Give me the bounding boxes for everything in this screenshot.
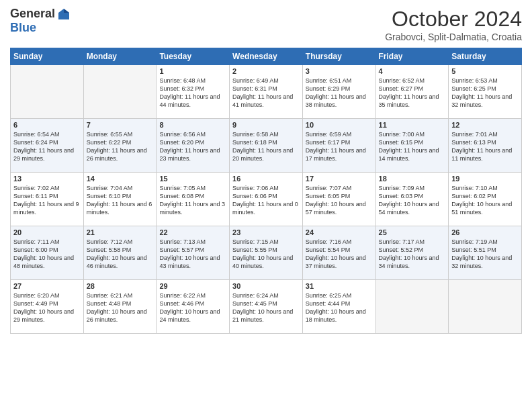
table-row: 16Sunrise: 7:06 AM Sunset: 6:06 PM Dayli…	[230, 173, 303, 226]
svg-marker-1	[64, 9, 69, 13]
cell-info: Sunrise: 6:56 AM Sunset: 6:20 PM Dayligh…	[159, 130, 226, 163]
day-number: 26	[451, 228, 519, 236]
day-number: 27	[13, 282, 81, 290]
logo-icon	[57, 7, 71, 21]
cell-info: Sunrise: 7:02 AM Sunset: 6:11 PM Dayligh…	[13, 184, 81, 217]
day-number: 8	[159, 121, 226, 129]
calendar-week-row: 13Sunrise: 7:02 AM Sunset: 6:11 PM Dayli…	[11, 173, 522, 226]
day-number: 4	[379, 67, 446, 75]
cell-info: Sunrise: 6:52 AM Sunset: 6:27 PM Dayligh…	[379, 77, 446, 109]
day-number: 10	[306, 121, 373, 129]
table-row: 6Sunrise: 6:54 AM Sunset: 6:24 PM Daylig…	[11, 119, 84, 173]
day-number: 24	[306, 228, 373, 236]
cell-info: Sunrise: 7:05 AM Sunset: 6:08 PM Dayligh…	[159, 184, 226, 217]
header-sunday: Sunday	[11, 48, 84, 65]
day-number: 3	[306, 67, 373, 75]
table-row: 7Sunrise: 6:55 AM Sunset: 6:22 PM Daylig…	[83, 119, 157, 173]
table-row: 8Sunrise: 6:56 AM Sunset: 6:20 PM Daylig…	[157, 119, 230, 173]
table-row: 31Sunrise: 6:25 AM Sunset: 4:44 PM Dayli…	[302, 280, 375, 334]
day-number: 21	[87, 228, 154, 236]
day-number: 14	[87, 175, 154, 183]
calendar-table: Sunday Monday Tuesday Wednesday Thursday…	[10, 48, 522, 334]
header-wednesday: Wednesday	[230, 48, 303, 65]
table-row: 12Sunrise: 7:01 AM Sunset: 6:13 PM Dayli…	[449, 119, 522, 173]
calendar-week-row: 27Sunrise: 6:20 AM Sunset: 4:49 PM Dayli…	[11, 280, 522, 334]
header-friday: Friday	[375, 48, 449, 65]
title-section: October 2024 Grabovci, Split-Dalmatia, C…	[385, 7, 522, 42]
cell-info: Sunrise: 7:00 AM Sunset: 6:15 PM Dayligh…	[379, 130, 446, 163]
cell-info: Sunrise: 7:12 AM Sunset: 5:58 PM Dayligh…	[87, 238, 154, 271]
table-row: 4Sunrise: 6:52 AM Sunset: 6:27 PM Daylig…	[375, 65, 449, 119]
day-number: 16	[232, 175, 300, 183]
day-number: 20	[13, 228, 81, 236]
table-row: 18Sunrise: 7:09 AM Sunset: 6:03 PM Dayli…	[375, 173, 449, 226]
table-row: 27Sunrise: 6:20 AM Sunset: 4:49 PM Dayli…	[11, 280, 84, 334]
table-row: 17Sunrise: 7:07 AM Sunset: 6:05 PM Dayli…	[302, 173, 375, 226]
calendar-week-row: 1Sunrise: 6:48 AM Sunset: 6:32 PM Daylig…	[11, 65, 522, 119]
cell-info: Sunrise: 7:11 AM Sunset: 6:00 PM Dayligh…	[13, 238, 81, 271]
header: General Blue October 2024 Grabovci, Spli…	[10, 7, 522, 42]
day-number: 25	[379, 228, 446, 236]
day-number: 9	[232, 121, 300, 129]
logo: General Blue	[10, 7, 71, 35]
cell-info: Sunrise: 6:20 AM Sunset: 4:49 PM Dayligh…	[13, 291, 81, 324]
day-number: 12	[451, 121, 519, 129]
cell-info: Sunrise: 6:58 AM Sunset: 6:18 PM Dayligh…	[232, 130, 300, 163]
day-number: 2	[232, 67, 300, 75]
cell-info: Sunrise: 7:19 AM Sunset: 5:51 PM Dayligh…	[451, 238, 519, 271]
table-row: 3Sunrise: 6:51 AM Sunset: 6:29 PM Daylig…	[302, 65, 375, 119]
location-text: Grabovci, Split-Dalmatia, Croatia	[385, 32, 522, 42]
calendar-week-row: 20Sunrise: 7:11 AM Sunset: 6:00 PM Dayli…	[11, 226, 522, 280]
cell-info: Sunrise: 6:59 AM Sunset: 6:17 PM Dayligh…	[306, 130, 373, 163]
cell-info: Sunrise: 7:04 AM Sunset: 6:10 PM Dayligh…	[87, 184, 154, 217]
day-number: 30	[232, 282, 300, 290]
logo-general-text: General	[10, 7, 55, 21]
cell-info: Sunrise: 7:06 AM Sunset: 6:06 PM Dayligh…	[232, 184, 300, 217]
table-row: 26Sunrise: 7:19 AM Sunset: 5:51 PM Dayli…	[449, 226, 522, 280]
table-row: 9Sunrise: 6:58 AM Sunset: 6:18 PM Daylig…	[230, 119, 303, 173]
day-number: 22	[159, 228, 226, 236]
table-row: 20Sunrise: 7:11 AM Sunset: 6:00 PM Dayli…	[11, 226, 84, 280]
table-row: 23Sunrise: 7:15 AM Sunset: 5:55 PM Dayli…	[230, 226, 303, 280]
day-number: 19	[451, 175, 519, 183]
cell-info: Sunrise: 6:21 AM Sunset: 4:48 PM Dayligh…	[87, 291, 154, 324]
table-row: 19Sunrise: 7:10 AM Sunset: 6:02 PM Dayli…	[449, 173, 522, 226]
cell-info: Sunrise: 7:15 AM Sunset: 5:55 PM Dayligh…	[232, 238, 300, 271]
table-row: 28Sunrise: 6:21 AM Sunset: 4:48 PM Dayli…	[83, 280, 157, 334]
cell-info: Sunrise: 6:51 AM Sunset: 6:29 PM Dayligh…	[306, 77, 373, 109]
table-row	[83, 65, 157, 119]
day-number: 7	[87, 121, 154, 129]
table-row: 21Sunrise: 7:12 AM Sunset: 5:58 PM Dayli…	[83, 226, 157, 280]
day-number: 29	[159, 282, 226, 290]
cell-info: Sunrise: 7:01 AM Sunset: 6:13 PM Dayligh…	[451, 130, 519, 163]
day-number: 17	[306, 175, 373, 183]
logo-blue-text: Blue	[10, 21, 36, 35]
page-container: General Blue October 2024 Grabovci, Spli…	[0, 0, 532, 340]
table-row: 15Sunrise: 7:05 AM Sunset: 6:08 PM Dayli…	[157, 173, 230, 226]
table-row: 13Sunrise: 7:02 AM Sunset: 6:11 PM Dayli…	[11, 173, 84, 226]
table-row: 1Sunrise: 6:48 AM Sunset: 6:32 PM Daylig…	[157, 65, 230, 119]
table-row: 14Sunrise: 7:04 AM Sunset: 6:10 PM Dayli…	[83, 173, 157, 226]
calendar-week-row: 6Sunrise: 6:54 AM Sunset: 6:24 PM Daylig…	[11, 119, 522, 173]
cell-info: Sunrise: 6:55 AM Sunset: 6:22 PM Dayligh…	[87, 130, 154, 163]
day-number: 11	[379, 121, 446, 129]
table-row	[375, 280, 449, 334]
table-row: 25Sunrise: 7:17 AM Sunset: 5:52 PM Dayli…	[375, 226, 449, 280]
cell-info: Sunrise: 6:24 AM Sunset: 4:45 PM Dayligh…	[232, 291, 300, 324]
cell-info: Sunrise: 6:48 AM Sunset: 6:32 PM Dayligh…	[159, 77, 226, 109]
day-number: 28	[87, 282, 154, 290]
day-number: 5	[451, 67, 519, 75]
cell-info: Sunrise: 6:54 AM Sunset: 6:24 PM Dayligh…	[13, 130, 81, 163]
table-row: 30Sunrise: 6:24 AM Sunset: 4:45 PM Dayli…	[230, 280, 303, 334]
day-number: 18	[379, 175, 446, 183]
header-thursday: Thursday	[302, 48, 375, 65]
cell-info: Sunrise: 7:07 AM Sunset: 6:05 PM Dayligh…	[306, 184, 373, 217]
cell-info: Sunrise: 6:49 AM Sunset: 6:31 PM Dayligh…	[232, 77, 300, 109]
cell-info: Sunrise: 7:13 AM Sunset: 5:57 PM Dayligh…	[159, 238, 226, 271]
cell-info: Sunrise: 6:53 AM Sunset: 6:25 PM Dayligh…	[451, 77, 519, 109]
header-saturday: Saturday	[449, 48, 522, 65]
table-row: 5Sunrise: 6:53 AM Sunset: 6:25 PM Daylig…	[449, 65, 522, 119]
day-number: 13	[13, 175, 81, 183]
day-number: 31	[306, 282, 373, 290]
table-row: 24Sunrise: 7:16 AM Sunset: 5:54 PM Dayli…	[302, 226, 375, 280]
